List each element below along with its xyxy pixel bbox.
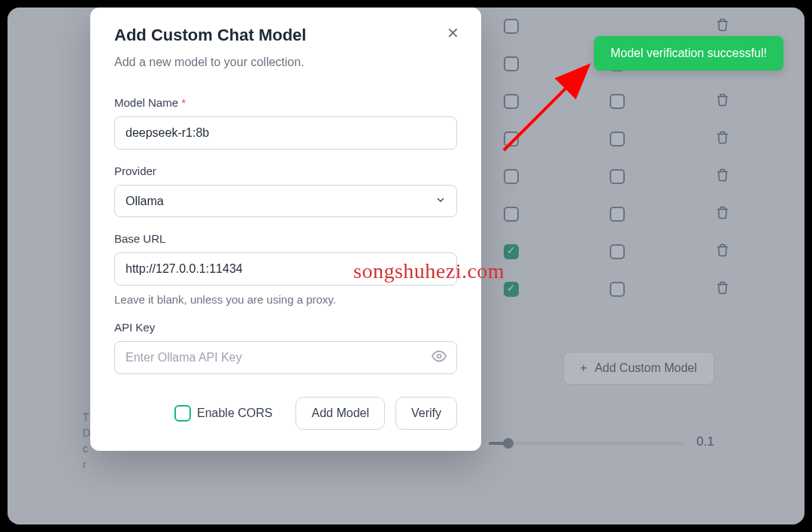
modal-title: Add Custom Chat Model: [114, 26, 306, 45]
toast-message: Model verification successful!: [611, 47, 767, 59]
modal-subtitle: Add a new model to your collection.: [114, 56, 457, 69]
enable-cors-label: Enable CORS: [197, 407, 273, 420]
svg-point-0: [438, 355, 441, 358]
add-model-modal: Add Custom Chat Model ✕ Add a new model …: [90, 8, 481, 451]
verify-button[interactable]: Verify: [395, 397, 457, 430]
model-name-label: Model Name *: [114, 96, 457, 109]
close-icon: ✕: [447, 24, 459, 42]
model-name-input[interactable]: [114, 116, 457, 150]
eye-icon[interactable]: [432, 349, 447, 367]
close-button[interactable]: ✕: [439, 20, 466, 47]
provider-select[interactable]: Ollama: [114, 185, 457, 217]
api-key-label: API Key: [114, 321, 457, 334]
provider-label: Provider: [114, 165, 457, 177]
enable-cors-checkbox[interactable]: [174, 405, 191, 422]
page-container: + Add Custom Model 0.1 TDcr Add Custom C…: [8, 8, 804, 524]
api-key-input[interactable]: [114, 341, 457, 374]
add-model-button[interactable]: Add Model: [295, 397, 385, 430]
success-toast: Model verification successful!: [594, 36, 783, 71]
base-url-label: Base URL: [114, 232, 457, 245]
base-url-helper: Leave it blank, unless you are using a p…: [114, 293, 457, 306]
watermark: songshuhezi.com: [353, 259, 504, 283]
